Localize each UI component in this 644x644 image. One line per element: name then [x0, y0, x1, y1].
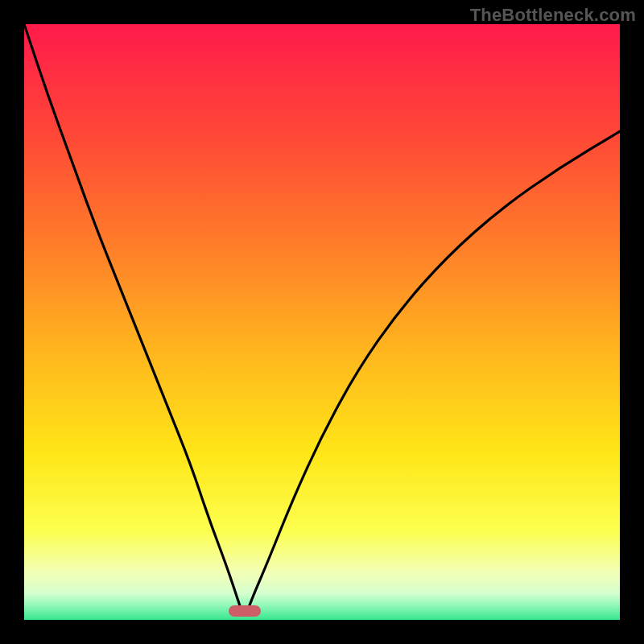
- vertex-marker: [229, 605, 261, 617]
- bottleneck-curve: [24, 24, 620, 620]
- plot-area: [24, 24, 620, 620]
- chart-frame: TheBottleneck.com: [0, 0, 644, 644]
- watermark-text: TheBottleneck.com: [470, 5, 636, 26]
